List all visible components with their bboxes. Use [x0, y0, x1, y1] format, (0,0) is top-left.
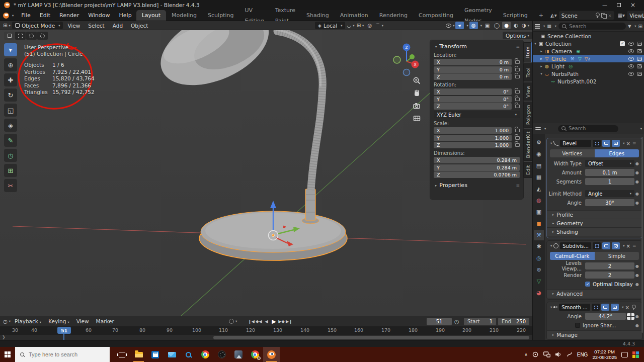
smooth-header[interactable]: ▾ Smooth ... ▾ × [547, 302, 642, 312]
menu-view[interactable]: View [73, 318, 93, 324]
menu-view[interactable]: View [64, 23, 84, 29]
lock-icon[interactable] [515, 136, 520, 140]
outliner-editor-icon[interactable] [535, 24, 540, 29]
select-lasso-icon[interactable] [37, 32, 48, 40]
menu-select[interactable]: Select [85, 23, 108, 29]
tool-rotate[interactable]: ↻ [4, 88, 17, 102]
chrome-button[interactable] [197, 347, 213, 362]
subpanel-advanced[interactable]: ▸Advanced [547, 289, 642, 298]
pin-icon[interactable] [631, 305, 636, 310]
menu-keying[interactable]: Keying▾ [45, 318, 73, 324]
subpanel-shading[interactable]: ▸Shading [547, 227, 642, 236]
navigation-gizmo[interactable]: Z X [392, 41, 423, 77]
disable-render-icon[interactable] [637, 42, 642, 46]
location-z-field[interactable]: Z0 m [434, 73, 520, 80]
tool-select-box[interactable]: ➤ [4, 43, 17, 56]
network-icon[interactable] [543, 351, 550, 357]
expander-icon[interactable]: ▾ [533, 42, 538, 46]
volume-icon[interactable] [555, 351, 562, 357]
animate-dot-icon[interactable]: ● [634, 192, 640, 196]
collapse-arrow-icon[interactable]: ❯ [2, 335, 6, 339]
disable-render-icon[interactable] [637, 49, 642, 53]
scale-x-field[interactable]: X1.000 [434, 127, 520, 134]
tab-item[interactable]: Item [523, 42, 532, 62]
shading-wireframe-icon[interactable]: ◯ [493, 22, 501, 29]
scale-z-field[interactable]: Z1.000 [434, 142, 520, 148]
scale-y-field[interactable]: Y1.000 [434, 135, 520, 141]
realtime-toggle-icon[interactable] [601, 304, 609, 311]
tool-scale[interactable]: ◱ [4, 104, 17, 117]
subpanel-profile[interactable]: ▸Profile [547, 210, 642, 219]
transform-panel-header[interactable]: ▾ Transform ≡ [434, 43, 520, 50]
expander-icon[interactable]: ▸ [539, 49, 544, 53]
animate-dot-icon[interactable]: ● [634, 282, 640, 287]
timeline-ruler[interactable]: 30 40 60 70 80 90 100 110 120 130 140 15… [0, 326, 532, 335]
tool-measure[interactable]: ◷ [4, 149, 17, 162]
extras-dropdown-icon[interactable]: ▾ [623, 244, 624, 248]
taskbar-search-input[interactable] [29, 351, 99, 357]
lock-icon[interactable] [515, 129, 520, 132]
panel-options-icon[interactable]: ≡ [516, 44, 520, 49]
animate-dot-icon[interactable]: ● [634, 201, 640, 205]
editmode-toggle-icon[interactable] [593, 242, 601, 249]
row-circle-selected[interactable]: ▸ ▽ Circle ⚒ ▽ ▽2 [533, 55, 644, 62]
tab-blenderkit[interactable]: BlenderKit [523, 129, 532, 161]
tab-world-icon[interactable]: ◍ [534, 195, 544, 206]
shading-rendered-icon[interactable]: ◑▾ [521, 22, 530, 29]
hide-eye-icon[interactable] [628, 57, 634, 61]
tab-animation[interactable]: Animation [335, 10, 374, 21]
lock-icon[interactable] [515, 90, 520, 94]
tab-constraints-icon[interactable]: ⊛ [534, 264, 544, 275]
properties-subpanel[interactable]: ▸ Properties ≡ [434, 182, 520, 189]
close-icon[interactable]: × [625, 305, 629, 310]
editor-type-icon[interactable]: ⊞▾ [3, 22, 11, 29]
animate-dot-icon[interactable]: ● [634, 273, 640, 278]
transform-orientation[interactable]: ◈ Local ▾ [315, 22, 345, 29]
width-type-dropdown[interactable]: Offset▾ [585, 160, 634, 167]
rotation-mode-dropdown[interactable]: XYZ Euler▾ [434, 111, 520, 118]
animate-dot-icon[interactable]: ● [634, 314, 640, 319]
tab-scripting[interactable]: Scripting [498, 10, 533, 21]
menu-marker[interactable]: Marker [93, 318, 118, 324]
realtime-toggle-icon[interactable] [602, 140, 610, 147]
zoom-icon[interactable] [412, 75, 422, 85]
tab-physics-icon[interactable]: ◎ [534, 253, 544, 263]
render-toggle-icon[interactable] [612, 242, 620, 249]
options-button[interactable]: Options▾ [503, 32, 532, 39]
collection-checkbox[interactable]: ✓ [620, 41, 625, 46]
bevel-header[interactable]: ▾ Bevel ▾ × ≡ [547, 138, 642, 148]
copy-icon[interactable] [601, 13, 606, 18]
menu-help[interactable]: Help [115, 10, 136, 21]
tool-asset-shear[interactable]: ✂ [4, 179, 17, 192]
smooth-angle-field[interactable]: 44.2° [585, 313, 626, 320]
photos-button[interactable] [230, 347, 247, 362]
editmode-toggle-icon[interactable] [592, 304, 600, 311]
orthographic-grid-icon[interactable] [412, 113, 422, 123]
xray-toggle-icon[interactable]: ▣ [483, 22, 492, 29]
subpanel-geometry[interactable]: ▸Geometry [547, 219, 642, 227]
horizontal-scrollbar[interactable] [213, 336, 529, 339]
catmull-clark-button[interactable]: Catmull-Clark [550, 252, 595, 260]
drag-handle-icon[interactable]: ≡ [632, 243, 636, 248]
extras-dropdown-icon[interactable]: ▾ [623, 141, 624, 145]
segments-field[interactable]: 1 [585, 178, 634, 185]
snap-mode-icon[interactable]: ⊞▾ [356, 22, 364, 29]
row-scene-collection[interactable]: ▣ Scene Collection [533, 32, 644, 40]
render-toggle-icon[interactable] [611, 304, 619, 311]
overlays-toggle-icon[interactable]: ◍ [469, 22, 478, 29]
simple-button[interactable]: Simple [595, 252, 639, 260]
tray-expand-icon[interactable]: ∧ [524, 352, 528, 357]
select-box-icon[interactable] [15, 32, 26, 40]
bevel-angle-field[interactable]: 30° [585, 199, 634, 206]
modifier-name-field[interactable]: Smooth ... [559, 304, 590, 311]
tool-cursor[interactable]: ⊕ [4, 58, 17, 71]
modifier-name-field[interactable]: Bevel [560, 140, 591, 147]
tab-layout[interactable]: Layout [136, 10, 166, 21]
snap-magnet-icon[interactable]: ◡▾ [346, 22, 355, 29]
animate-dot-icon[interactable]: ● [634, 264, 640, 268]
tool-annotate[interactable]: ✎ [4, 134, 17, 147]
disable-render-icon[interactable] [637, 64, 642, 68]
row-nurbspath-002[interactable]: ∾ NurbsPath.002 [533, 77, 644, 85]
animate-dot-icon[interactable]: ● [634, 170, 640, 175]
tab-sculpting[interactable]: Sculpting [202, 10, 239, 21]
